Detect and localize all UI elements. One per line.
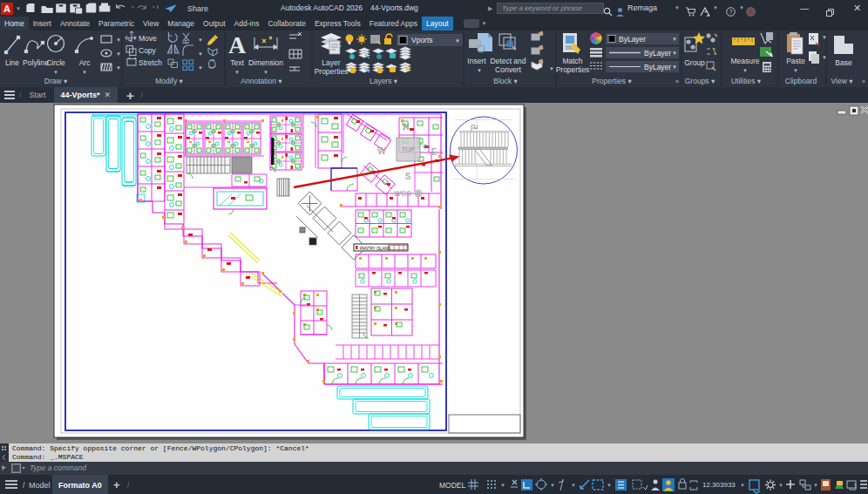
svg-text:/: / bbox=[127, 481, 130, 490]
svg-text:▼: ▼ bbox=[793, 68, 798, 73]
svg-text:Annotation ▾: Annotation ▾ bbox=[241, 77, 282, 85]
svg-text:Text: Text bbox=[230, 58, 244, 67]
svg-text:Model: Model bbox=[29, 481, 51, 490]
svg-text:»: » bbox=[675, 78, 679, 85]
svg-text:Group: Group bbox=[684, 58, 705, 67]
svg-text:Arc: Arc bbox=[79, 58, 92, 67]
svg-text:Copy: Copy bbox=[139, 46, 157, 55]
svg-text:▼: ▼ bbox=[500, 483, 505, 488]
svg-text:»: » bbox=[862, 78, 865, 85]
svg-text:▼: ▼ bbox=[813, 483, 818, 488]
svg-text:Utilities ▾: Utilities ▾ bbox=[731, 77, 762, 85]
svg-text:▼: ▼ bbox=[743, 68, 748, 73]
svg-text:▼: ▼ bbox=[740, 483, 745, 488]
svg-text:▼: ▼ bbox=[234, 70, 240, 75]
svg-text:▼: ▼ bbox=[82, 70, 87, 75]
svg-text:ByLayer: ByLayer bbox=[644, 49, 671, 58]
svg-text:Layer: Layer bbox=[322, 58, 340, 67]
svg-text:▼: ▼ bbox=[822, 35, 827, 40]
svg-text:Dimension: Dimension bbox=[248, 58, 283, 67]
svg-text:+: + bbox=[113, 478, 120, 491]
svg-text:Formato A0: Formato A0 bbox=[58, 481, 102, 490]
svg-text:Groups ▾: Groups ▾ bbox=[685, 77, 715, 85]
svg-text:▼: ▼ bbox=[477, 68, 482, 73]
svg-text:Stretch: Stretch bbox=[139, 58, 162, 67]
svg-text:▼: ▼ bbox=[550, 483, 555, 488]
svg-text:ByLayer: ByLayer bbox=[644, 63, 671, 71]
svg-text:Polyline: Polyline bbox=[23, 58, 49, 67]
svg-text:Detect and: Detect and bbox=[490, 57, 526, 65]
svg-text:▼: ▼ bbox=[672, 37, 677, 42]
svg-text:▼: ▼ bbox=[53, 70, 58, 75]
svg-text:Insert: Insert bbox=[467, 57, 486, 65]
svg-text:WCS: WCS bbox=[394, 189, 411, 198]
svg-text:Base: Base bbox=[835, 58, 852, 67]
svg-text:Properties ▾: Properties ▾ bbox=[592, 77, 632, 85]
svg-text:▼: ▼ bbox=[116, 51, 121, 57]
svg-text:▼: ▼ bbox=[607, 483, 612, 488]
svg-text:Clipboard: Clipboard bbox=[785, 77, 817, 85]
svg-text:Vports: Vports bbox=[411, 36, 433, 44]
svg-text:E: E bbox=[431, 147, 437, 157]
svg-text:N: N bbox=[403, 122, 409, 132]
svg-text:ByLayer: ByLayer bbox=[619, 35, 646, 44]
svg-text:▼: ▼ bbox=[778, 483, 783, 488]
svg-text:TOP: TOP bbox=[402, 145, 415, 153]
svg-text:▼: ▼ bbox=[198, 51, 203, 57]
svg-text:▼: ▼ bbox=[116, 37, 121, 43]
svg-text:Circle: Circle bbox=[46, 58, 65, 67]
svg-text:?: ? bbox=[729, 9, 733, 15]
svg-text:▼: ▼ bbox=[549, 66, 554, 71]
svg-text:S: S bbox=[405, 172, 411, 181]
svg-text:Block ▾: Block ▾ bbox=[493, 77, 518, 85]
svg-text:Measure: Measure bbox=[730, 57, 759, 65]
svg-text:▼: ▼ bbox=[263, 70, 268, 75]
svg-text:12.303933: 12.303933 bbox=[702, 481, 736, 489]
svg-text:Modify ▾: Modify ▾ bbox=[155, 77, 183, 85]
svg-text:W: W bbox=[377, 146, 386, 156]
svg-text:Line: Line bbox=[5, 58, 19, 67]
svg-text:▼: ▼ bbox=[198, 65, 203, 71]
svg-text:PANTRY ISLAND: PANTRY ISLAND bbox=[360, 247, 391, 251]
svg-text:▼: ▼ bbox=[116, 65, 121, 71]
svg-text:Draw ▾: Draw ▾ bbox=[44, 77, 68, 85]
svg-text:Properties: Properties bbox=[556, 65, 590, 74]
svg-text:Paste: Paste bbox=[786, 57, 805, 65]
svg-text:Properties: Properties bbox=[315, 67, 349, 76]
svg-text:MODEL: MODEL bbox=[439, 481, 466, 490]
svg-text:▼: ▼ bbox=[455, 38, 460, 44]
svg-text:▼: ▼ bbox=[571, 483, 576, 488]
svg-text:Move: Move bbox=[139, 34, 157, 43]
svg-text:▼: ▼ bbox=[672, 51, 677, 56]
svg-text:/: / bbox=[23, 481, 25, 490]
svg-text:▼: ▼ bbox=[672, 64, 677, 70]
svg-text:View ▾: View ▾ bbox=[831, 77, 854, 85]
svg-text:Convert: Convert bbox=[495, 65, 521, 74]
svg-text:Match: Match bbox=[562, 57, 582, 65]
svg-text:▼: ▼ bbox=[822, 55, 827, 60]
svg-text:A: A bbox=[228, 31, 247, 58]
svg-text:Layers ▾: Layers ▾ bbox=[370, 77, 398, 85]
svg-text:▼: ▼ bbox=[198, 37, 203, 43]
